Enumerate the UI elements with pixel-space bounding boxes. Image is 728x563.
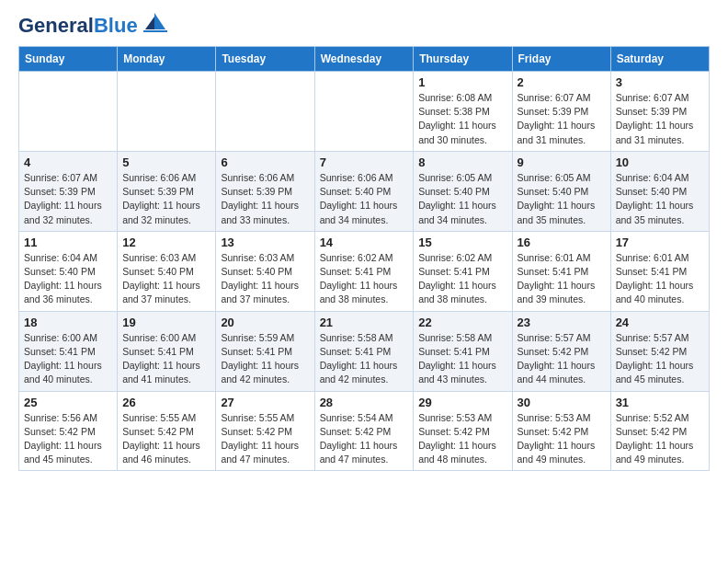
calendar-cell	[216, 72, 314, 152]
day-info: Sunrise: 5:54 AMSunset: 5:42 PMDaylight:…	[320, 411, 409, 467]
day-info: Sunrise: 5:53 AMSunset: 5:42 PMDaylight:…	[418, 411, 506, 467]
day-info: Sunrise: 6:03 AMSunset: 5:40 PMDaylight:…	[221, 251, 309, 307]
day-info: Sunrise: 5:56 AMSunset: 5:42 PMDaylight:…	[24, 411, 112, 467]
day-info: Sunrise: 6:04 AMSunset: 5:40 PMDaylight:…	[24, 251, 112, 307]
day-number: 15	[418, 236, 506, 249]
calendar-cell: 15Sunrise: 6:02 AMSunset: 5:41 PMDayligh…	[414, 231, 512, 311]
day-info: Sunrise: 5:57 AMSunset: 5:42 PMDaylight:…	[616, 331, 704, 387]
calendar-cell: 16Sunrise: 6:01 AMSunset: 5:41 PMDayligh…	[512, 231, 610, 311]
day-info: Sunrise: 6:06 AMSunset: 5:39 PMDaylight:…	[122, 171, 210, 227]
calendar-cell: 2Sunrise: 6:07 AMSunset: 5:39 PMDaylight…	[512, 72, 610, 152]
day-info: Sunrise: 6:00 AMSunset: 5:41 PMDaylight:…	[24, 331, 112, 387]
day-info: Sunrise: 6:04 AMSunset: 5:40 PMDaylight:…	[616, 171, 704, 227]
day-info: Sunrise: 6:07 AMSunset: 5:39 PMDaylight:…	[616, 91, 704, 147]
day-info: Sunrise: 6:05 AMSunset: 5:40 PMDaylight:…	[518, 171, 606, 227]
day-number: 22	[418, 316, 506, 329]
day-info: Sunrise: 6:08 AMSunset: 5:38 PMDaylight:…	[418, 91, 506, 147]
calendar-cell	[19, 72, 118, 152]
logo-icon	[140, 11, 169, 37]
calendar-cell: 29Sunrise: 5:53 AMSunset: 5:42 PMDayligh…	[414, 391, 512, 471]
col-header-monday: Monday	[118, 47, 216, 72]
day-number: 5	[122, 155, 210, 169]
calendar-header-row: SundayMondayTuesdayWednesdayThursdayFrid…	[19, 47, 710, 72]
day-number: 21	[320, 316, 409, 329]
day-info: Sunrise: 6:07 AMSunset: 5:39 PMDaylight:…	[518, 91, 606, 147]
calendar-table: SundayMondayTuesdayWednesdayThursdayFrid…	[18, 46, 710, 471]
day-number: 3	[616, 75, 704, 89]
calendar-cell: 31Sunrise: 5:52 AMSunset: 5:42 PMDayligh…	[610, 391, 709, 471]
col-header-thursday: Thursday	[414, 47, 512, 72]
day-info: Sunrise: 5:55 AMSunset: 5:42 PMDaylight:…	[221, 411, 309, 467]
col-header-wednesday: Wednesday	[314, 47, 414, 72]
day-number: 31	[616, 396, 704, 409]
day-number: 20	[221, 316, 309, 329]
calendar-cell: 6Sunrise: 6:06 AMSunset: 5:39 PMDaylight…	[216, 151, 314, 231]
day-number: 1	[418, 75, 506, 89]
day-number: 4	[24, 155, 112, 169]
day-number: 18	[24, 316, 112, 329]
day-info: Sunrise: 5:57 AMSunset: 5:42 PMDaylight:…	[518, 331, 606, 387]
col-header-sunday: Sunday	[19, 47, 118, 72]
day-number: 25	[24, 396, 112, 409]
day-info: Sunrise: 6:02 AMSunset: 5:41 PMDaylight:…	[320, 251, 409, 307]
day-number: 10	[616, 155, 704, 169]
col-header-tuesday: Tuesday	[216, 47, 314, 72]
day-number: 27	[221, 396, 309, 409]
day-number: 6	[221, 155, 309, 169]
calendar-cell: 10Sunrise: 6:04 AMSunset: 5:40 PMDayligh…	[610, 151, 709, 231]
day-info: Sunrise: 6:02 AMSunset: 5:41 PMDaylight:…	[418, 251, 506, 307]
day-info: Sunrise: 5:58 AMSunset: 5:41 PMDaylight:…	[320, 331, 409, 387]
calendar-cell: 21Sunrise: 5:58 AMSunset: 5:41 PMDayligh…	[314, 311, 414, 391]
calendar-cell: 3Sunrise: 6:07 AMSunset: 5:39 PMDaylight…	[610, 72, 709, 152]
calendar-cell: 8Sunrise: 6:05 AMSunset: 5:40 PMDaylight…	[414, 151, 512, 231]
calendar-cell: 9Sunrise: 6:05 AMSunset: 5:40 PMDaylight…	[512, 151, 610, 231]
svg-marker-1	[145, 17, 154, 29]
col-header-friday: Friday	[512, 47, 610, 72]
day-number: 30	[518, 396, 606, 409]
day-number: 29	[418, 396, 506, 409]
header: GeneralBlue	[18, 15, 710, 37]
day-number: 13	[221, 236, 309, 249]
day-number: 14	[320, 236, 409, 249]
calendar-cell: 18Sunrise: 6:00 AMSunset: 5:41 PMDayligh…	[19, 311, 118, 391]
logo: GeneralBlue	[18, 15, 169, 37]
day-number: 16	[518, 236, 606, 249]
day-number: 17	[616, 236, 704, 249]
calendar-cell: 5Sunrise: 6:06 AMSunset: 5:39 PMDaylight…	[118, 151, 216, 231]
day-info: Sunrise: 6:06 AMSunset: 5:39 PMDaylight:…	[221, 171, 309, 227]
calendar-week-row: 25Sunrise: 5:56 AMSunset: 5:42 PMDayligh…	[19, 391, 710, 471]
calendar-week-row: 4Sunrise: 6:07 AMSunset: 5:39 PMDaylight…	[19, 151, 710, 231]
calendar-cell: 20Sunrise: 5:59 AMSunset: 5:41 PMDayligh…	[216, 311, 314, 391]
day-number: 7	[320, 155, 409, 169]
day-info: Sunrise: 5:55 AMSunset: 5:42 PMDaylight:…	[122, 411, 210, 467]
calendar-cell: 19Sunrise: 6:00 AMSunset: 5:41 PMDayligh…	[118, 311, 216, 391]
calendar-cell: 17Sunrise: 6:01 AMSunset: 5:41 PMDayligh…	[610, 231, 709, 311]
logo-text: GeneralBlue	[18, 16, 138, 36]
day-info: Sunrise: 6:06 AMSunset: 5:40 PMDaylight:…	[320, 171, 409, 227]
calendar-cell: 7Sunrise: 6:06 AMSunset: 5:40 PMDaylight…	[314, 151, 414, 231]
calendar-cell: 22Sunrise: 5:58 AMSunset: 5:41 PMDayligh…	[414, 311, 512, 391]
day-info: Sunrise: 5:53 AMSunset: 5:42 PMDaylight:…	[518, 411, 606, 467]
calendar-cell: 11Sunrise: 6:04 AMSunset: 5:40 PMDayligh…	[19, 231, 118, 311]
day-number: 12	[122, 236, 210, 249]
day-number: 11	[24, 236, 112, 249]
calendar-cell: 26Sunrise: 5:55 AMSunset: 5:42 PMDayligh…	[118, 391, 216, 471]
calendar-cell: 24Sunrise: 5:57 AMSunset: 5:42 PMDayligh…	[610, 311, 709, 391]
calendar-week-row: 11Sunrise: 6:04 AMSunset: 5:40 PMDayligh…	[19, 231, 710, 311]
calendar-cell: 23Sunrise: 5:57 AMSunset: 5:42 PMDayligh…	[512, 311, 610, 391]
day-info: Sunrise: 6:05 AMSunset: 5:40 PMDaylight:…	[418, 171, 506, 227]
day-number: 26	[122, 396, 210, 409]
calendar-cell	[314, 72, 414, 152]
calendar-cell: 14Sunrise: 6:02 AMSunset: 5:41 PMDayligh…	[314, 231, 414, 311]
page: GeneralBlue SundayMondayTuesdayWednesday…	[0, 0, 728, 486]
day-info: Sunrise: 6:03 AMSunset: 5:40 PMDaylight:…	[122, 251, 210, 307]
calendar-cell: 1Sunrise: 6:08 AMSunset: 5:38 PMDaylight…	[414, 72, 512, 152]
day-number: 28	[320, 396, 409, 409]
col-header-saturday: Saturday	[610, 47, 709, 72]
calendar-week-row: 1Sunrise: 6:08 AMSunset: 5:38 PMDaylight…	[19, 72, 710, 152]
calendar-cell: 4Sunrise: 6:07 AMSunset: 5:39 PMDaylight…	[19, 151, 118, 231]
day-number: 23	[518, 316, 606, 329]
calendar-cell	[118, 72, 216, 152]
calendar-cell: 27Sunrise: 5:55 AMSunset: 5:42 PMDayligh…	[216, 391, 314, 471]
day-number: 19	[122, 316, 210, 329]
